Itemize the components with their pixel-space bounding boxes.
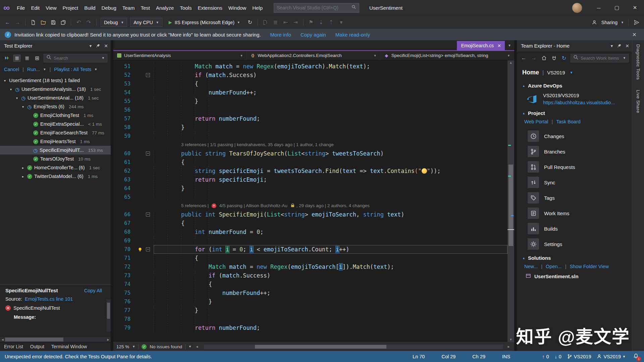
start-debugging-button[interactable]: ▶ IIS Express (Microsoft Edge) ▼	[165, 18, 244, 27]
bookmark-prev-icon[interactable]: ⇡	[328, 19, 335, 26]
test-tree-item-usersentiment-18-tests-1-failed[interactable]: ▾UserSentiment (18 tests) 1 failed	[0, 76, 111, 85]
nav-item-pull-requests[interactable]: Pull Requests	[522, 159, 627, 175]
infobar-close-icon[interactable]: ✕	[630, 32, 639, 38]
menu-item-window[interactable]: Window	[225, 3, 249, 13]
work-items-search-input[interactable]	[581, 56, 621, 61]
details-vertical-scrollbar[interactable]	[106, 299, 111, 331]
hierarchy-icon[interactable]: ⊞	[34, 55, 41, 62]
test-search-box[interactable]: ▼	[44, 54, 107, 62]
zoom-dropdown[interactable]: 125 %	[116, 344, 129, 349]
nav-item-work-items[interactable]: Work Items	[522, 205, 627, 221]
solutions-link-new[interactable]: New...	[524, 264, 538, 269]
navigate-back-icon[interactable]: ←	[520, 55, 527, 62]
expander-icon[interactable]: ▾	[15, 96, 19, 100]
indent-decrease-icon[interactable]: ⇤	[282, 19, 289, 26]
undo-icon[interactable]: ↶	[75, 19, 82, 26]
account-indicator[interactable]: VS2019 ▼	[597, 354, 626, 359]
test-tree-item-usersentimentanal-18[interactable]: ▾◷UserSentimentAnal... (18)1 sec	[0, 94, 111, 102]
codelens-text[interactable]: 5 references | × 4/5 passing | Allison B…	[154, 201, 507, 210]
tool-tab-error-list[interactable]: Error List	[4, 344, 23, 349]
more-info-link[interactable]: More info	[270, 32, 291, 38]
auto-hide-tab-diagnostic-tools[interactable]: Diagnostic Tools	[636, 44, 641, 80]
menu-item-test[interactable]: Test	[138, 3, 153, 13]
panel-splitter[interactable]	[514, 40, 517, 351]
test-list-view-icon[interactable]: ≣	[13, 55, 20, 62]
group-by-icon[interactable]: ≣	[23, 55, 31, 62]
navigate-forward-icon[interactable]: →	[14, 19, 21, 26]
test-tree-item-emojiclothingtest[interactable]: ✓EmojiClothingTest1 ms	[0, 111, 111, 120]
solution-item[interactable]: UserSentiment.sln	[522, 273, 627, 280]
source-link[interactable]: EmojiTests.cs line 101	[25, 296, 73, 302]
panel-splitter[interactable]	[111, 40, 113, 351]
scroll-left-icon[interactable]: ◀	[195, 345, 200, 348]
test-tree-item-usersentimentanalysis-18[interactable]: ▾◷UserSentimentAnalysis... (18)1 sec	[0, 85, 111, 94]
project-section-header[interactable]: ▲ Project	[522, 110, 627, 116]
close-icon[interactable]: ✕	[104, 43, 108, 49]
new-file-icon[interactable]	[30, 19, 37, 26]
window-position-icon[interactable]: ▼	[610, 44, 613, 48]
document-health-chevron-icon[interactable]: ▼	[189, 345, 192, 348]
test-tree-item-emojitests-6[interactable]: ▾◷EmojiTests (6)244 ms	[0, 102, 111, 111]
fold-marker[interactable]: −	[144, 210, 152, 219]
make-read-only-link[interactable]: Make read-only	[335, 32, 370, 38]
tab-list-chevron-icon[interactable]: ▼	[505, 44, 514, 47]
fold-marker[interactable]: −	[144, 245, 152, 254]
test-tree-item-emojiheartstest[interactable]: ✓EmojiHeartsTest1 ms	[0, 137, 111, 146]
code-area[interactable]: 51 Match match = new Regex(emojiToSearch…	[113, 60, 507, 342]
editor-vertical-scrollbar[interactable]: ▲ ▼	[507, 60, 514, 342]
menu-item-edit[interactable]: Edit	[28, 3, 43, 13]
nav-item-branches[interactable]: Branches	[522, 144, 627, 159]
nav-item-settings[interactable]: Settings	[522, 236, 627, 252]
test-tree-item-emojiextraspecial[interactable]: ✓EmojiExtraSpecial...< 1 ms	[0, 120, 111, 128]
menu-item-build[interactable]: Build	[81, 3, 98, 13]
outgoing-commits-indicator[interactable]: ↓0	[555, 354, 561, 359]
menu-item-file[interactable]: File	[14, 3, 28, 13]
fold-marker[interactable]: −	[144, 71, 152, 79]
platform-dropdown[interactable]: Any CPU▼	[130, 18, 162, 27]
chevron-down-icon[interactable]: ▼	[570, 71, 573, 74]
incoming-commits-indicator[interactable]: ↑0	[542, 354, 549, 359]
project-link-task-board[interactable]: Task Board	[556, 119, 581, 124]
editor-horizontal-scrollbar[interactable]	[204, 345, 503, 349]
bookmark-next-icon[interactable]: ⇣	[318, 19, 325, 26]
run-link[interactable]: Run...	[27, 67, 40, 72]
test-tree-item-homecontrollerte-6[interactable]: ▸✓HomeControllerTe... (6)1 sec	[0, 163, 111, 172]
solutions-link-open[interactable]: Open...	[546, 264, 562, 269]
scroll-right-icon[interactable]: ▶	[506, 345, 511, 348]
expander-icon[interactable]: ▾	[3, 79, 7, 82]
notifications-bell-icon[interactable]: 1	[633, 353, 639, 360]
search-input[interactable]	[277, 5, 350, 10]
cancel-link[interactable]: Cancel	[4, 67, 19, 72]
repository-indicator[interactable]: VS2019	[567, 354, 591, 359]
auto-hide-tab-live-share[interactable]: Live Share	[636, 90, 641, 113]
save-icon[interactable]	[50, 19, 57, 26]
find-in-files-icon[interactable]	[262, 19, 269, 26]
menu-item-view[interactable]: View	[43, 3, 59, 13]
navigate-forward-icon[interactable]: →	[530, 55, 537, 62]
menu-item-help[interactable]: Help	[249, 3, 266, 13]
open-folder-icon[interactable]	[40, 19, 47, 26]
close-button[interactable]: ✕	[626, 0, 644, 15]
details-horizontal-scrollbar[interactable]: ◀ ▶	[0, 337, 111, 342]
breadcrumb-specificemoji-list-string-emojitosearch-string[interactable]: ◆SpecificEmoji(List<string> emojiToSearc…	[381, 51, 514, 60]
scroll-up-icon[interactable]: ▲	[507, 61, 514, 64]
account-url-link[interactable]: https://abuchholtzau.visualstudio...	[543, 100, 615, 105]
azure-devops-section-header[interactable]: ▲ Azure DevOps	[522, 83, 627, 88]
minimize-button[interactable]: ─	[590, 0, 608, 15]
user-avatar[interactable]	[572, 3, 582, 13]
pin-icon[interactable]	[617, 44, 622, 49]
lightbulb-icon[interactable]	[136, 245, 144, 254]
run-all-tests-icon[interactable]	[3, 55, 10, 62]
refresh-icon[interactable]: ↻	[247, 19, 254, 26]
work-items-search-box[interactable]: ▼	[571, 54, 629, 62]
comment-icon[interactable]: ≣	[272, 19, 279, 26]
expander-icon[interactable]: ▸	[21, 166, 25, 170]
connect-icon[interactable]	[550, 55, 557, 62]
save-all-icon[interactable]	[60, 19, 67, 26]
configuration-dropdown[interactable]: Debug▼	[101, 18, 127, 27]
menu-item-extensions[interactable]: Extensions	[195, 3, 225, 13]
test-tree-item-specificemojinullt[interactable]: ◷SpecificEmojiNullT...153 ms	[0, 146, 111, 155]
copy-again-link[interactable]: Copy again	[301, 32, 326, 38]
menu-item-team[interactable]: Team	[119, 3, 138, 13]
expander-icon[interactable]: ▾	[21, 105, 25, 109]
